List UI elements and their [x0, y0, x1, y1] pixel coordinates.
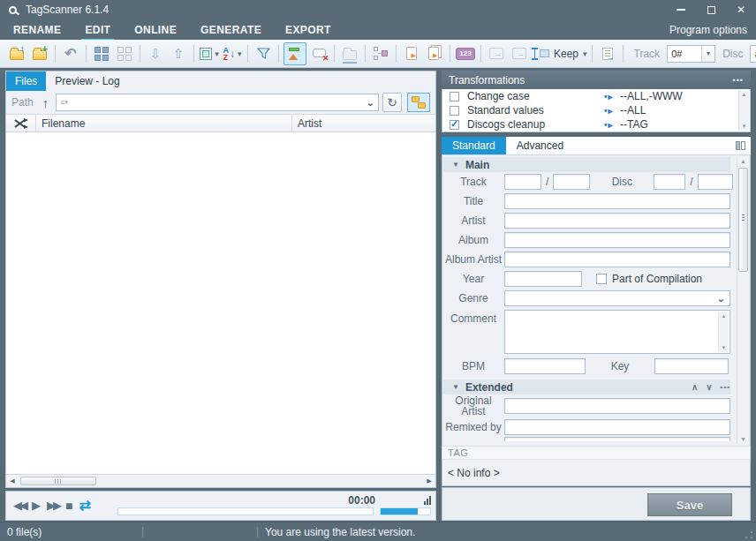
menu-rename[interactable]: RENAME — [3, 20, 72, 40]
path-menu-icon[interactable]: ≡ — [60, 98, 64, 107]
tab-preview-log[interactable]: Preview - Log — [46, 71, 128, 91]
checkbox-standard-values[interactable] — [450, 106, 459, 116]
menu-online[interactable]: ONLINE — [124, 20, 187, 40]
minimize-button[interactable] — [666, 0, 696, 19]
transformation-row[interactable]: Change case ▸ --ALL,-WWW — [442, 89, 750, 103]
refresh-button[interactable]: ↻ — [382, 93, 402, 112]
track-number-input[interactable] — [504, 174, 541, 190]
filter-button[interactable] — [253, 42, 274, 65]
fast-forward-button[interactable]: ▶▶ — [47, 499, 59, 512]
track-format-input[interactable] — [668, 46, 701, 62]
play-file-button[interactable] — [401, 42, 422, 65]
scrollbar-thumb[interactable] — [738, 168, 748, 272]
scroll-down-icon[interactable]: ▼ — [737, 436, 749, 442]
key-input[interactable] — [654, 358, 729, 374]
tab-standard[interactable]: Standard — [442, 137, 506, 154]
shuffle-column-header[interactable] — [6, 115, 36, 131]
disc-format-input[interactable] — [750, 45, 756, 63]
compilation-checkbox[interactable] — [596, 274, 607, 284]
compilation-checkbox-group[interactable]: Part of Compilation — [596, 273, 702, 285]
album-artist-input[interactable] — [504, 252, 730, 267]
stop-button[interactable]: ■ — [65, 499, 72, 513]
genre-combo[interactable]: ⌄ — [504, 290, 730, 306]
seek-bar[interactable] — [117, 507, 374, 515]
section-up-icon[interactable]: ∧ — [692, 382, 698, 392]
maximize-button[interactable] — [696, 0, 726, 19]
numbering-button[interactable]: 123 — [455, 42, 476, 65]
layout-panes-icon[interactable] — [736, 137, 745, 154]
checkbox-discogs-cleanup[interactable] — [450, 120, 459, 130]
rewind-button[interactable]: ◀◀ — [13, 499, 26, 512]
scroll-right-icon[interactable]: ▶ — [423, 477, 435, 485]
tab-advanced[interactable]: Advanced — [506, 137, 574, 154]
resize-grip-icon[interactable] — [745, 531, 752, 538]
volume-slider[interactable] — [380, 507, 431, 515]
checkbox-change-case[interactable] — [450, 92, 459, 101]
track-format-combo[interactable]: ▾ — [667, 45, 715, 63]
track-total-input[interactable] — [553, 174, 590, 190]
undo-button[interactable]: ↶ — [60, 42, 81, 65]
select-mode-button[interactable]: ▾ — [199, 42, 220, 65]
chevron-down-icon[interactable]: ▾ — [701, 46, 714, 62]
extended-section-header[interactable]: ▼ Extended ∧ ∨ ••• — [443, 379, 730, 394]
play-files-button[interactable] — [424, 42, 445, 65]
browse-folders-button[interactable] — [407, 93, 430, 112]
filename-column-header[interactable]: Filename — [36, 115, 292, 131]
transformation-row[interactable]: Discogs cleanup ▸ --TAG — [442, 117, 750, 131]
view-grid-alt-button[interactable] — [114, 42, 135, 65]
scroll-up-icon[interactable]: ▲ — [742, 92, 747, 97]
transformations-menu-icon[interactable]: ••• — [733, 76, 744, 85]
import-image-button[interactable] — [486, 42, 507, 65]
menu-edit[interactable]: EDIT — [74, 20, 121, 40]
keep-size-dropdown[interactable]: Keep ▾ — [532, 42, 587, 65]
view-grid-button[interactable] — [91, 42, 112, 65]
move-down-button[interactable]: ⇩ — [145, 42, 166, 65]
disc-total-input[interactable] — [698, 174, 733, 190]
scroll-down-icon[interactable]: ▼ — [722, 345, 727, 350]
section-down-icon[interactable]: ∨ — [706, 382, 712, 392]
scroll-up-icon[interactable]: ▲ — [722, 313, 727, 319]
transformations-scrollbar[interactable]: ▲ ▼ — [738, 90, 749, 131]
save-button[interactable]: Save — [647, 493, 732, 516]
album-input[interactable] — [504, 232, 730, 248]
scrollbar-thumb[interactable] — [20, 477, 96, 485]
year-input[interactable] — [504, 271, 582, 287]
disc-number-input[interactable] — [654, 174, 685, 190]
main-section-header[interactable]: ▼ Main — [443, 157, 730, 172]
title-input[interactable] — [504, 193, 730, 209]
partial-field-input[interactable] — [504, 419, 730, 435]
path-combo[interactable]: ≡ ▾ ⌄ — [56, 94, 379, 111]
editor-scrollbar[interactable]: ▲ ▼ — [737, 156, 749, 444]
clipped-field-input[interactable] — [504, 437, 730, 441]
chevron-down-icon[interactable]: ⌄ — [717, 293, 725, 304]
close-button[interactable]: ✕ — [726, 0, 756, 19]
file-list[interactable] — [6, 132, 435, 474]
scroll-left-icon[interactable]: ◀ — [6, 477, 19, 485]
horizontal-scrollbar[interactable]: ◀ ▶ — [6, 474, 435, 487]
scroll-up-icon[interactable]: ▲ — [737, 158, 749, 164]
autonumber-toggle-button[interactable] — [284, 42, 306, 65]
export-playlist-button[interactable] — [597, 42, 618, 65]
repeat-button[interactable]: ⇄ — [79, 497, 90, 514]
add-folder-button[interactable]: + — [29, 42, 50, 65]
bpm-input[interactable] — [504, 358, 586, 374]
menu-export[interactable]: EXPORT — [275, 20, 342, 40]
play-button[interactable]: ▶ — [32, 499, 41, 512]
export-image-button[interactable] — [509, 42, 530, 65]
original-artist-input[interactable] — [504, 398, 730, 414]
comment-textarea[interactable]: ▲ ▼ — [504, 310, 730, 354]
artist-column-header[interactable]: Artist — [292, 115, 435, 131]
move-up-button[interactable]: ⇧ — [168, 42, 189, 65]
tag-section-bar[interactable]: TAG — [442, 446, 751, 460]
sort-button[interactable]: AZ↓▾ — [222, 42, 243, 65]
tab-files[interactable]: Files — [6, 71, 46, 91]
artist-input[interactable] — [504, 213, 730, 229]
up-directory-icon[interactable]: ↑ — [42, 95, 49, 110]
path-chevron-down-icon[interactable]: ⌄ — [367, 97, 374, 109]
open-folder-button[interactable]: ↑ — [6, 42, 27, 65]
section-menu-icon[interactable]: ••• — [721, 383, 730, 391]
transformation-row[interactable]: Standard values ▸ --ALL — [442, 103, 750, 117]
menu-generate[interactable]: GENERATE — [190, 20, 272, 40]
remove-tag-button[interactable] — [308, 42, 329, 65]
program-options-link[interactable]: Program options — [669, 24, 747, 36]
